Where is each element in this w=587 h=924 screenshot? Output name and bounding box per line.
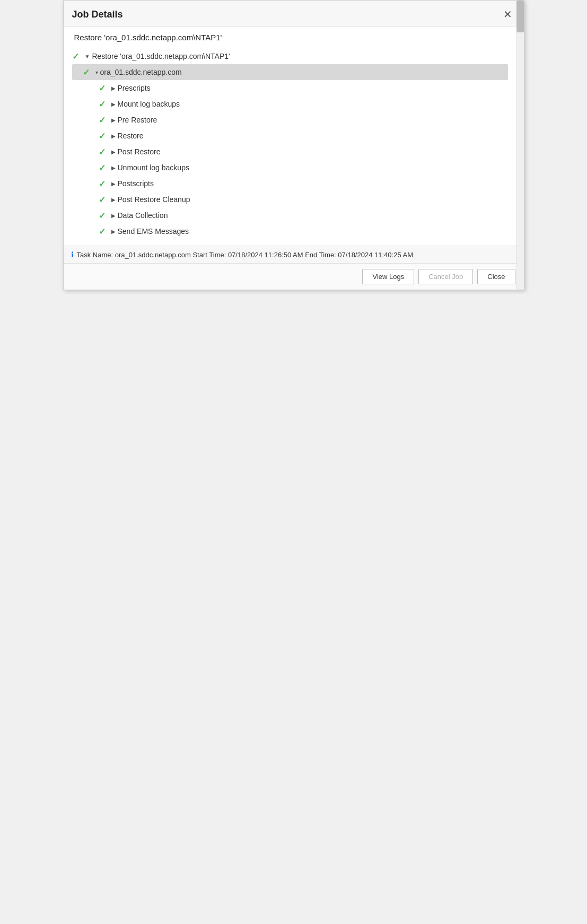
expand-arrow-host[interactable]: ▾ [95, 69, 98, 75]
check-icon-pre-restore: ✓ [99, 115, 108, 125]
expand-arrow-post-restore[interactable]: ▶ [111, 149, 116, 155]
tree-item-restore: ✓ ▶ Restore [72, 128, 508, 144]
tree-item-post-restore-cleanup: ✓ ▶ Post Restore Cleanup [72, 191, 508, 207]
expand-arrow-root[interactable]: ▼ [85, 54, 90, 59]
label-mount-log-backups: Mount log backups [118, 100, 180, 108]
tree-container: ✓ ▼ Restore 'ora_01.sddc.netapp.com\NTAP… [72, 48, 508, 239]
info-icon: ℹ [71, 250, 74, 259]
dialog-footer: View Logs Cancel Job Close [64, 263, 524, 290]
check-icon-postscripts: ✓ [99, 179, 108, 189]
root-label: Restore 'ora_01.sddc.netapp.com\NTAP1' [92, 52, 230, 60]
check-icon-host: ✓ [83, 67, 92, 77]
check-icon-post-restore: ✓ [99, 147, 108, 157]
check-icon-prescripts: ✓ [99, 83, 108, 93]
tree-root-item: ✓ ▼ Restore 'ora_01.sddc.netapp.com\NTAP… [72, 48, 508, 64]
expand-arrow-send-ems[interactable]: ▶ [111, 229, 116, 234]
view-logs-button[interactable]: View Logs [362, 269, 414, 284]
job-details-dialog: Job Details ✕ Restore 'ora_01.sddc.netap… [63, 0, 524, 290]
check-icon-root: ✓ [72, 51, 82, 62]
tree-item-postscripts: ✓ ▶ Postscripts [72, 176, 508, 191]
close-icon-button[interactable]: ✕ [500, 8, 515, 21]
tree-item-mount-log-backups: ✓ ▶ Mount log backups [72, 96, 508, 112]
label-post-restore-cleanup: Post Restore Cleanup [118, 195, 190, 204]
cancel-job-button[interactable]: Cancel Job [418, 269, 473, 284]
dialog-title: Job Details [72, 9, 123, 20]
tree-item-post-restore: ✓ ▶ Post Restore [72, 144, 508, 160]
status-text: Task Name: ora_01.sddc.netapp.com Start … [77, 251, 414, 259]
dialog-body: Restore 'ora_01.sddc.netapp.com\NTAP1' ✓… [64, 27, 524, 246]
expand-arrow-pre-restore[interactable]: ▶ [111, 117, 116, 123]
tree-item-pre-restore: ✓ ▶ Pre Restore [72, 112, 508, 128]
expand-arrow-postscripts[interactable]: ▶ [111, 181, 116, 187]
scrollbar-thumb[interactable] [516, 1, 524, 32]
label-unmount-log-backups: Unmount log backups [118, 163, 189, 172]
check-icon-post-restore-cleanup: ✓ [99, 195, 108, 205]
expand-arrow-data-collection[interactable]: ▶ [111, 213, 116, 219]
restore-title: Restore 'ora_01.sddc.netapp.com\NTAP1' [72, 33, 508, 42]
label-restore: Restore [118, 132, 144, 140]
expand-arrow-post-restore-cleanup[interactable]: ▶ [111, 197, 116, 203]
expand-arrow-prescripts[interactable]: ▶ [111, 85, 116, 91]
check-icon-data-collection: ✓ [99, 211, 108, 221]
tree-item-prescripts: ✓ ▶ Prescripts [72, 80, 508, 96]
expand-arrow-unmount-log[interactable]: ▶ [111, 165, 116, 171]
tree-item-unmount-log-backups: ✓ ▶ Unmount log backups [72, 160, 508, 176]
label-post-restore: Post Restore [118, 147, 161, 156]
tree-host-item[interactable]: ✓ ▾ ora_01.sddc.netapp.com [72, 64, 508, 80]
label-postscripts: Postscripts [118, 179, 154, 188]
tree-item-data-collection: ✓ ▶ Data Collection [72, 207, 508, 223]
label-prescripts: Prescripts [118, 84, 151, 92]
check-icon-mount-log: ✓ [99, 99, 108, 109]
close-button[interactable]: Close [477, 269, 515, 284]
dialog-header: Job Details ✕ [64, 1, 524, 27]
status-bar: ℹ Task Name: ora_01.sddc.netapp.com Star… [64, 246, 524, 263]
check-icon-unmount-log: ✓ [99, 163, 108, 173]
scrollbar-track[interactable] [516, 1, 524, 290]
check-icon-restore: ✓ [99, 131, 108, 141]
host-label: ora_01.sddc.netapp.com [100, 68, 182, 76]
tree-item-send-ems-messages: ✓ ▶ Send EMS Messages [72, 223, 508, 239]
label-send-ems-messages: Send EMS Messages [118, 227, 189, 236]
label-pre-restore: Pre Restore [118, 116, 157, 124]
label-data-collection: Data Collection [118, 211, 168, 220]
check-icon-send-ems: ✓ [99, 226, 108, 237]
expand-arrow-restore[interactable]: ▶ [111, 133, 116, 139]
expand-arrow-mount-log[interactable]: ▶ [111, 101, 116, 107]
